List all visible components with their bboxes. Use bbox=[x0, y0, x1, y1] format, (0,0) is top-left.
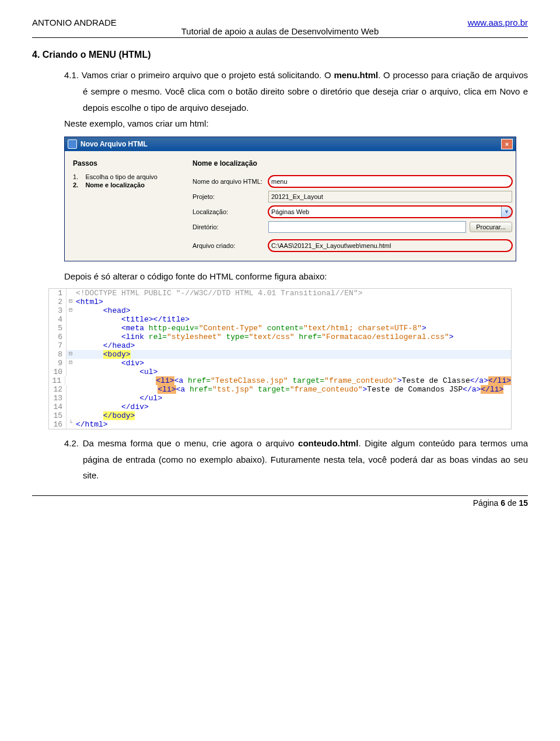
line-number: 8 bbox=[49, 350, 66, 359]
label-projeto: Projeto: bbox=[192, 193, 268, 200]
line-number: 2 bbox=[49, 298, 66, 306]
line-number: 3 bbox=[49, 306, 66, 315]
select-localizacao[interactable]: Páginas Web ▼ bbox=[268, 206, 512, 218]
line-number: 5 bbox=[49, 324, 66, 333]
line-number: 16 bbox=[49, 420, 66, 429]
right-panel-header: Nome e localização bbox=[192, 159, 512, 167]
step-1: 1. Escolha o tipo de arquivo bbox=[73, 173, 192, 180]
document-subtitle: Tutorial de apoio a aulas de Desenvolvim… bbox=[32, 26, 528, 36]
line-number: 11 bbox=[49, 376, 65, 385]
paragraph-depois: Depois é só alterar o código fonte do HT… bbox=[64, 268, 528, 285]
dialog-title-text: Novo Arquivo HTML bbox=[80, 140, 148, 148]
author-name: ANTONIO ANDRADE bbox=[32, 18, 117, 27]
app-icon bbox=[68, 139, 77, 149]
label-nome-arquivo: Nome do arquivo HTML: bbox=[192, 178, 268, 185]
dialog-screenshot: Novo Arquivo HTML × Passos 1. Escolha o … bbox=[64, 137, 528, 261]
label-arquivo-criado: Arquivo criado: bbox=[192, 242, 268, 249]
paragraph-neste-exemplo: Neste exemplo, vamos criar um html: bbox=[64, 116, 528, 132]
line-number: 7 bbox=[49, 341, 66, 350]
line-number: 13 bbox=[49, 394, 66, 403]
label-localizacao: Localização: bbox=[192, 208, 268, 215]
section-heading: 4. Criando o MENU (HTML) bbox=[32, 50, 528, 60]
line-number: 4 bbox=[49, 315, 66, 324]
line-number: 9 bbox=[49, 359, 66, 368]
dialog-titlebar: Novo Arquivo HTML × bbox=[65, 137, 516, 151]
close-icon[interactable]: × bbox=[501, 139, 513, 149]
label-diretorio: Diretório: bbox=[192, 223, 268, 230]
page-header: ANTONIO ANDRADE www.aas.pro.br Tutorial … bbox=[32, 18, 528, 38]
code-editor-screenshot: 1<!DOCTYPE HTML PUBLIC "-//W3C//DTD HTML… bbox=[48, 288, 512, 429]
line-number: 12 bbox=[49, 385, 66, 394]
input-diretorio[interactable] bbox=[268, 221, 466, 233]
paragraph-4-2: 4.2. Da mesma forma que o menu, crie ago… bbox=[64, 435, 528, 484]
line-number: 1 bbox=[49, 289, 66, 298]
line-number: 10 bbox=[49, 368, 66, 376]
chevron-down-icon[interactable]: ▼ bbox=[501, 207, 512, 217]
line-number: 14 bbox=[49, 403, 66, 411]
procurar-button[interactable]: Procurar... bbox=[470, 222, 512, 232]
filename-conteudo-html: conteudo.html bbox=[298, 438, 358, 448]
line-number: 15 bbox=[49, 411, 66, 420]
site-link[interactable]: www.aas.pro.br bbox=[468, 18, 528, 27]
filename-menu-html: menu.html bbox=[334, 70, 378, 80]
step-2: 2. Nome e localização bbox=[73, 181, 192, 188]
steps-header: Passos bbox=[73, 159, 192, 167]
line-number: 6 bbox=[49, 333, 66, 341]
page-footer: Página 6 de 15 bbox=[32, 495, 528, 508]
paragraph-4-1: 4.1. Vamos criar o primeiro arquivo que … bbox=[64, 67, 528, 116]
input-nome-arquivo[interactable]: menu bbox=[268, 176, 512, 187]
input-projeto: 20121_Ex_Layout bbox=[268, 191, 512, 202]
input-arquivo-criado: C:\AAS\20121_Ex_Layout\web\menu.html bbox=[268, 240, 512, 251]
